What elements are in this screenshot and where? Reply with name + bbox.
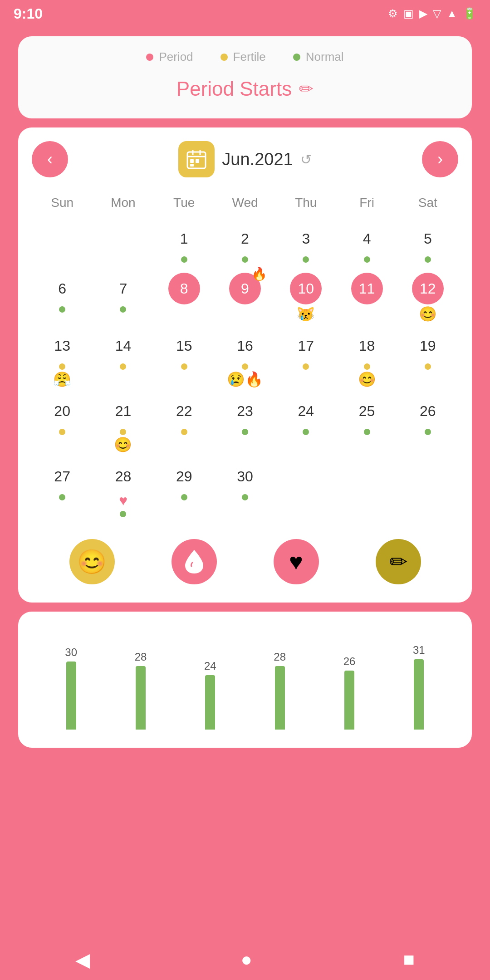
cal-cell-23[interactable]: 23 — [215, 392, 275, 457]
cal-cell-13[interactable]: 13 😤 — [32, 326, 93, 392]
day-dot — [181, 363, 187, 370]
day-header-thu: Thu — [275, 191, 336, 215]
day-number: 24 — [290, 395, 322, 427]
period-starts-button[interactable]: Period Starts ✏ — [36, 78, 454, 100]
day-dot — [120, 306, 126, 313]
cal-cell-17[interactable]: 17 — [275, 326, 336, 392]
chart-value: 26 — [343, 655, 356, 668]
day-number: 14 — [107, 330, 139, 362]
next-month-button[interactable]: › — [422, 141, 458, 177]
day-dot — [425, 256, 431, 263]
day-number: 15 — [168, 330, 200, 362]
cal-cell-22[interactable]: 22 — [154, 392, 215, 457]
cal-cell-21[interactable]: 21 😊 — [93, 392, 153, 457]
day-number: 7 — [107, 273, 139, 304]
cal-cell-8[interactable]: 8 — [154, 269, 215, 326]
chart-bar — [414, 659, 424, 730]
day-header-sun: Sun — [32, 191, 93, 215]
cal-cell-5[interactable]: 5 — [397, 219, 458, 269]
prev-month-button[interactable]: ‹ — [32, 141, 68, 177]
cal-cell-1[interactable]: 1 — [154, 219, 215, 269]
cal-cell-28[interactable]: 28 ♥ — [93, 457, 153, 521]
day-dot — [425, 429, 431, 435]
mood-emoji: 😿 — [297, 305, 315, 323]
cal-cell-18[interactable]: 18 😊 — [336, 326, 397, 392]
day-number: 5 — [412, 223, 444, 255]
day-dot — [242, 363, 248, 370]
cal-cell-25[interactable]: 25 — [336, 392, 397, 457]
calendar-view-button[interactable] — [178, 141, 215, 177]
legend-fertile: Fertile — [220, 50, 266, 64]
day-dot — [364, 256, 370, 263]
normal-dot — [293, 54, 300, 61]
status-bar: 9:10 ⚙ ▣ ▶ ▽ ▲ 🔋 — [0, 0, 490, 27]
day-number: 13 — [46, 330, 78, 362]
cal-cell-19[interactable]: 19 — [397, 326, 458, 392]
nav-bar: ◀ ● ■ — [0, 939, 490, 980]
cal-cell-9[interactable]: 9 🔥 — [215, 269, 275, 326]
cal-cell-empty — [32, 219, 93, 269]
cal-cell-6[interactable]: 6 — [32, 269, 93, 326]
day-number: 29 — [168, 461, 200, 492]
cal-cell-29[interactable]: 29 — [154, 457, 215, 521]
cal-cell-27[interactable]: 27 — [32, 457, 93, 521]
pencil-button[interactable]: ✏ — [376, 539, 421, 584]
legend-normal: Normal — [293, 50, 344, 64]
wifi-icon: ▽ — [433, 7, 441, 20]
period-label: Period — [159, 50, 193, 64]
back-button[interactable]: ◀ — [75, 949, 90, 971]
cal-cell-empty — [275, 457, 336, 521]
edit-icon: ✏ — [299, 79, 314, 99]
cal-cell-20[interactable]: 20 — [32, 392, 93, 457]
status-time: 9:10 — [14, 5, 43, 22]
chart-value: 28 — [274, 651, 286, 663]
home-button[interactable]: ● — [241, 949, 252, 970]
cal-cell-16[interactable]: 16 😢🔥 — [215, 326, 275, 392]
chart-bar-group: 30 — [65, 646, 77, 730]
cal-cell-11[interactable]: 11 — [336, 269, 397, 326]
chart-bar-group: 28 — [274, 651, 286, 730]
refresh-icon[interactable]: ↺ — [300, 152, 312, 167]
chart-bar-group: 28 — [135, 651, 147, 730]
cal-cell-26[interactable]: 26 — [397, 392, 458, 457]
cal-cell-12[interactable]: 12 😊 — [397, 269, 458, 326]
cal-cell-4[interactable]: 4 — [336, 219, 397, 269]
day-number: 30 — [229, 461, 261, 492]
day-number: 25 — [351, 395, 383, 427]
mood-emoji: 😊 — [419, 305, 437, 323]
mood-emoji: 😢🔥 — [227, 371, 263, 388]
chart-value: 28 — [135, 651, 147, 663]
heart-button[interactable]: ♥ — [274, 539, 319, 584]
day-number: 3 — [290, 223, 322, 255]
period-dot — [146, 54, 153, 61]
day-number: 8 — [168, 273, 200, 304]
cal-cell-30[interactable]: 30 — [215, 457, 275, 521]
cal-cell-2[interactable]: 2 — [215, 219, 275, 269]
cal-cell-empty — [336, 457, 397, 521]
mood-emoji: 😊 — [358, 371, 376, 388]
cal-cell-24[interactable]: 24 — [275, 392, 336, 457]
mood-button[interactable]: 😊 — [69, 539, 115, 584]
chart-bar — [136, 666, 146, 730]
day-dot — [59, 494, 65, 500]
day-number: 4 — [351, 223, 383, 255]
cal-cell-10[interactable]: 10 😿 — [275, 269, 336, 326]
day-dot — [120, 511, 126, 517]
chart-bar — [275, 666, 285, 730]
day-number: 23 — [229, 395, 261, 427]
day-number: 9 🔥 — [229, 273, 261, 304]
day-dot — [425, 363, 431, 370]
cal-cell-15[interactable]: 15 — [154, 326, 215, 392]
cal-cell-3[interactable]: 3 — [275, 219, 336, 269]
day-dot — [59, 429, 65, 435]
day-dot — [303, 363, 309, 370]
heart-icon: ♥ — [119, 492, 127, 509]
day-number: 19 — [412, 330, 444, 362]
day-headers: Sun Mon Tue Wed Thu Fri Sat — [32, 191, 458, 215]
day-header-mon: Mon — [93, 191, 153, 215]
day-dot — [303, 429, 309, 435]
recents-button[interactable]: ■ — [403, 949, 414, 970]
drop-button[interactable] — [172, 539, 217, 584]
cal-cell-7[interactable]: 7 — [93, 269, 153, 326]
cal-cell-14[interactable]: 14 — [93, 326, 153, 392]
